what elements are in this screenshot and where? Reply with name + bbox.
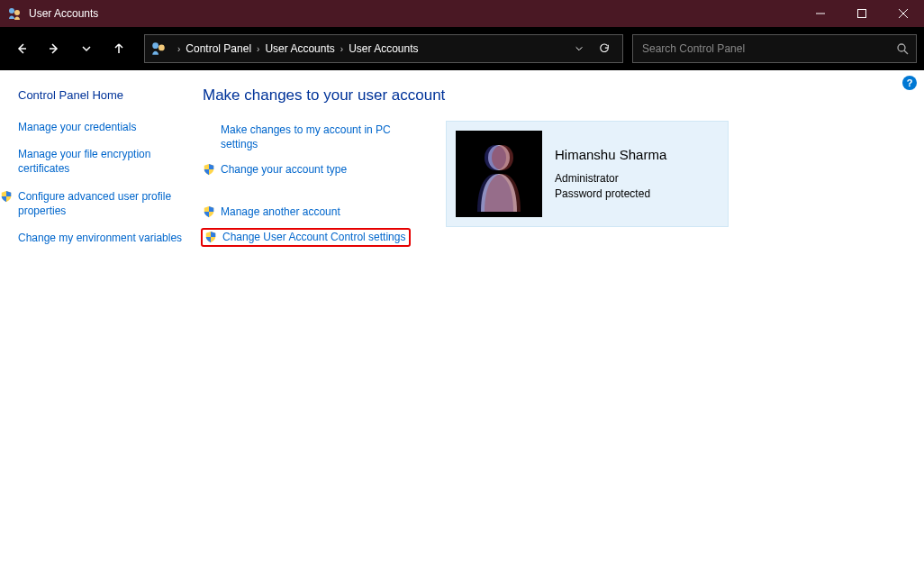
action-label: Change User Account Control settings: [222, 230, 405, 244]
page-heading: Make changes to your user account: [203, 86, 906, 105]
svg-rect-3: [858, 10, 866, 18]
recent-locations-button[interactable]: [72, 34, 101, 63]
uac-shield-icon: [204, 231, 217, 243]
sidebar-item-label: Change my environment variables: [18, 231, 185, 245]
maximize-button[interactable]: [841, 0, 883, 27]
main-panel: Make changes to your user account Make c…: [194, 70, 924, 564]
chevron-right-icon: ›: [257, 44, 259, 54]
minimize-button[interactable]: [800, 0, 841, 27]
sidebar-link-credentials[interactable]: Manage your credentials: [18, 120, 185, 134]
sidebar-item-label: Configure advanced user profile properti…: [18, 189, 185, 218]
back-button[interactable]: [7, 34, 36, 63]
breadcrumb[interactable]: User Accounts: [265, 42, 334, 55]
content-area: ? Control Panel Home Manage your credent…: [0, 70, 924, 564]
user-role: Administrator: [555, 171, 719, 186]
chevron-right-icon: ›: [340, 44, 343, 54]
svg-point-8: [152, 42, 159, 49]
action-manage-another-account-link[interactable]: Manage another account: [203, 203, 419, 221]
action-label: Make changes to my account in PC setting…: [221, 123, 419, 151]
help-button[interactable]: ?: [902, 76, 917, 90]
up-button[interactable]: [104, 34, 133, 63]
sidebar: Control Panel Home Manage your credentia…: [0, 70, 194, 564]
actions-list: Make changes to my account in PC setting…: [203, 121, 419, 247]
highlighted-action: Change User Account Control settings: [201, 228, 411, 247]
breadcrumb[interactable]: User Accounts: [349, 42, 418, 55]
action-change-uac-settings-link[interactable]: Change User Account Control settings: [222, 230, 405, 244]
svg-point-0: [9, 8, 14, 14]
action-change-account-type-link[interactable]: Change your account type: [203, 160, 419, 178]
action-pc-settings-link[interactable]: Make changes to my account in PC setting…: [221, 121, 419, 153]
sidebar-link-env-variables[interactable]: Change my environment variables: [18, 231, 185, 245]
svg-point-10: [898, 44, 905, 51]
sidebar-link-profile-properties[interactable]: Configure advanced user profile properti…: [0, 189, 185, 218]
close-button[interactable]: [883, 0, 924, 27]
action-label: Change your account type: [221, 162, 347, 177]
refresh-button[interactable]: [592, 36, 617, 61]
user-password-status: Password protected: [555, 186, 719, 202]
control-panel-home-link[interactable]: Control Panel Home: [18, 88, 185, 102]
svg-point-15: [492, 145, 513, 170]
uac-shield-icon: [0, 190, 13, 203]
uac-shield-icon: [203, 205, 215, 218]
nav-toolbar: › Control Panel › User Accounts › User A…: [0, 27, 924, 70]
search-input[interactable]: [640, 41, 896, 56]
sidebar-link-encryption[interactable]: Manage your file encryption certificates: [18, 147, 185, 176]
address-bar-icon: [150, 41, 167, 57]
svg-point-9: [159, 45, 165, 51]
address-bar[interactable]: › Control Panel › User Accounts › User A…: [144, 34, 623, 63]
sidebar-item-label: Manage your credentials: [18, 120, 185, 134]
address-dropdown-button[interactable]: [566, 36, 592, 61]
search-box[interactable]: [632, 34, 917, 63]
action-label: Manage another account: [221, 205, 340, 219]
user-info: Himanshu Sharma Administrator Password p…: [555, 147, 719, 202]
breadcrumb[interactable]: Control Panel: [186, 42, 251, 55]
search-icon: [896, 42, 909, 55]
forward-button[interactable]: [40, 34, 68, 63]
chevron-right-icon: ›: [177, 44, 180, 54]
sidebar-item-label: Manage your file encryption certificates: [18, 147, 185, 176]
window-title: User Accounts: [29, 7, 98, 20]
user-card: Himanshu Sharma Administrator Password p…: [446, 121, 729, 227]
user-name: Himanshu Sharma: [555, 147, 719, 162]
user-accounts-app-icon: [7, 6, 22, 21]
user-avatar: [456, 131, 542, 217]
uac-shield-icon: [203, 163, 215, 176]
svg-line-11: [904, 50, 908, 54]
svg-point-1: [14, 10, 20, 15]
titlebar: User Accounts: [0, 0, 924, 27]
